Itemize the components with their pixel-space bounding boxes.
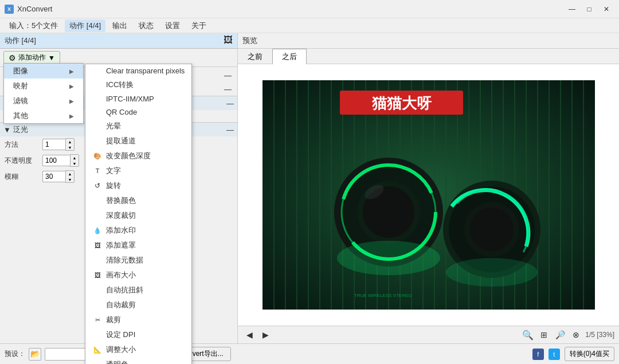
- app-icon: X: [5, 5, 14, 14]
- submenu-deep-crop[interactable]: 深度裁切: [85, 208, 191, 223]
- glow-expand-arrow: ▼: [3, 126, 11, 134]
- add-action-button[interactable]: ⚙ 添加动作 ▼: [3, 51, 60, 64]
- glow-opacity-up[interactable]: ▲: [70, 155, 79, 161]
- prev-image-button[interactable]: ◀: [242, 328, 256, 341]
- menu-other[interactable]: 其他 ▶: [4, 108, 83, 123]
- glow-method-input[interactable]: [42, 139, 65, 150]
- menu-bar: 输入：5个文件 动作 [4/4] 输出 状态 设置 关于: [0, 18, 619, 33]
- glow-opacity-down[interactable]: ▼: [70, 161, 79, 166]
- submenu-clear-meta[interactable]: 清除元数据: [85, 253, 191, 268]
- menu-mapping[interactable]: 映射 ▶: [4, 79, 83, 93]
- menu-about[interactable]: 关于: [187, 19, 211, 32]
- watermark-icon: 💧: [92, 226, 103, 234]
- remove-glow-button[interactable]: —: [226, 126, 234, 134]
- glow-method-down[interactable]: ▼: [66, 144, 74, 150]
- image-submenu: Clear transparent pixels ICC转换 IPTC-IIM/…: [85, 64, 192, 364]
- remove-auto-contrast-button[interactable]: —: [222, 85, 234, 93]
- submenu-crop[interactable]: ✂ 裁剪: [85, 312, 191, 327]
- glow-method-label: 方法: [5, 140, 39, 150]
- replace-color-icon: [92, 197, 103, 205]
- submenu-iptc[interactable]: IPTC-IIM/XMP: [85, 92, 191, 105]
- submenu-auto-deskew[interactable]: 自动抗扭斜: [85, 283, 191, 298]
- rotate-icon: ↺: [92, 182, 103, 190]
- submenu-arrow-mapping: ▶: [69, 83, 74, 89]
- remove-denoise-button[interactable]: —: [226, 99, 234, 108]
- close-button[interactable]: ✕: [598, 3, 614, 15]
- change-depth-icon: 🎨: [92, 152, 103, 160]
- dropdown-arrow: ▼: [48, 54, 55, 62]
- glow-blur-arrows: ▲ ▼: [65, 170, 75, 183]
- submenu-text[interactable]: T 文字: [85, 163, 191, 178]
- submenu-clear-transparent[interactable]: Clear transparent pixels: [85, 64, 191, 77]
- menu-image[interactable]: 图像 ▶: [4, 64, 83, 79]
- facebook-button[interactable]: f: [532, 349, 544, 360]
- svg-point-42: [446, 258, 538, 287]
- minimize-button[interactable]: —: [564, 3, 580, 15]
- panel-icon[interactable]: 🖼: [224, 36, 233, 45]
- glow-blur-label: 模糊: [5, 172, 39, 182]
- tab-before[interactable]: 之前: [238, 49, 272, 64]
- menu-status[interactable]: 状态: [134, 19, 158, 32]
- auto-deskew-icon: [92, 286, 103, 294]
- preset-open-button[interactable]: 📂: [29, 348, 41, 361]
- iptc-icon: [92, 95, 103, 103]
- zoom-out-button[interactable]: 🔎: [553, 328, 567, 341]
- submenu-rotate[interactable]: ↺ 旋转: [85, 178, 191, 193]
- glow-opacity-input[interactable]: [42, 155, 70, 166]
- transparent-color-icon: [92, 361, 103, 364]
- tab-after[interactable]: 之后: [272, 49, 307, 64]
- right-panel: 预览 之前 之后: [238, 33, 619, 343]
- canvas-size-icon: 🖼: [92, 271, 103, 279]
- submenu-add-mask[interactable]: 🖼 添加遮罩: [85, 238, 191, 253]
- twitter-button[interactable]: t: [549, 349, 560, 360]
- deep-crop-icon: [92, 212, 103, 220]
- next-image-button[interactable]: ▶: [258, 328, 272, 341]
- glow-opacity-spinbox: ▲ ▼: [42, 154, 79, 167]
- menu-action[interactable]: 动作 [4/4]: [65, 19, 105, 32]
- submenu-lens[interactable]: 光晕: [85, 119, 191, 134]
- preview-content: 猫猫大呀: [238, 64, 619, 326]
- zoom-in-button[interactable]: 🔍: [521, 328, 535, 341]
- svg-point-37: [337, 241, 440, 275]
- add-icon: ⚙: [9, 53, 16, 62]
- clear-meta-icon: [92, 256, 103, 264]
- glow-blur-input[interactable]: [42, 171, 65, 182]
- submenu-extract-channel[interactable]: 提取通道: [85, 134, 191, 148]
- submenu-resize[interactable]: 📐 调整大小: [85, 342, 191, 357]
- submenu-set-dpi[interactable]: 设定 DPI: [85, 327, 191, 342]
- preview-image: 猫猫大呀: [263, 80, 595, 310]
- svg-text:TRUE WIRELESS STEREO: TRUE WIRELESS STEREO: [354, 293, 412, 298]
- preview-header: 预览: [238, 33, 619, 49]
- glow-blur-up[interactable]: ▲: [66, 171, 74, 177]
- window-controls: — □ ✕: [564, 3, 614, 15]
- set-dpi-icon: [92, 331, 103, 339]
- submenu-add-watermark[interactable]: 💧 添加水印: [85, 223, 191, 238]
- submenu-auto-crop[interactable]: 自动裁剪: [85, 298, 191, 312]
- glow-opacity-label: 不透明度: [5, 156, 39, 166]
- icc-convert-icon: [92, 81, 103, 89]
- text-icon: T: [92, 167, 103, 175]
- glow-opacity-arrows: ▲ ▼: [70, 154, 79, 167]
- preview-tabs: 之前 之后: [238, 49, 619, 64]
- menu-settings[interactable]: 设置: [160, 19, 185, 32]
- fit-button[interactable]: ⊞: [537, 328, 551, 341]
- submenu-qr-code[interactable]: QR Code: [85, 105, 191, 119]
- submenu-change-depth[interactable]: 🎨 改变颜色深度: [85, 148, 191, 163]
- clear-transparent-icon: [92, 67, 103, 75]
- remove-text-button[interactable]: —: [222, 71, 234, 80]
- maximize-button[interactable]: □: [581, 3, 597, 15]
- menu-filter[interactable]: 滤镜 ▶: [4, 93, 83, 108]
- glow-blur-down[interactable]: ▼: [66, 177, 74, 182]
- submenu-canvas-size[interactable]: 🖼 画布大小: [85, 268, 191, 283]
- submenu-transparent-color[interactable]: 透明色: [85, 357, 191, 364]
- submenu-icc-convert[interactable]: ICC转换: [85, 77, 191, 92]
- transfer-button[interactable]: 转换(0)4值买: [565, 347, 614, 361]
- zoom-reset-button[interactable]: ⊗: [569, 328, 583, 341]
- menu-input[interactable]: 输入：5个文件: [5, 19, 62, 32]
- dropdown-menu: 图像 ▶ 映射 ▶ 滤镜 ▶ 其他 ▶ Clear transparent pi…: [3, 63, 84, 124]
- glow-method-up[interactable]: ▲: [66, 139, 74, 144]
- submenu-replace-color[interactable]: 替换颜色: [85, 193, 191, 208]
- menu-output[interactable]: 输出: [108, 19, 132, 32]
- left-panel: 动作 [4/4] 🖼 ⚙ 添加动作 ▼ ▶ 文字 — ▶ 自动对比度: [0, 33, 238, 343]
- extract-channel-icon: [92, 137, 103, 145]
